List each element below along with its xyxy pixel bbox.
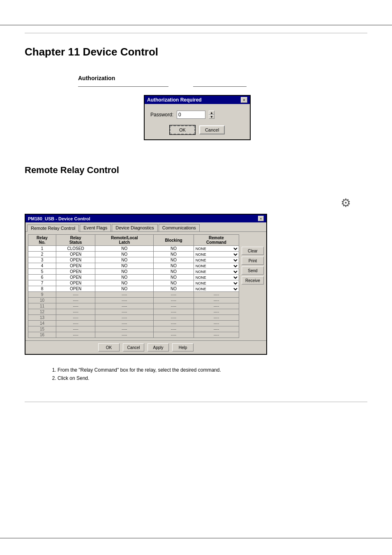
password-input[interactable]: 0 xyxy=(177,111,205,119)
ok-button[interactable]: OK xyxy=(98,343,120,352)
authorization-section: Authorization Authorization Required × P… xyxy=(25,75,367,140)
relay-row-command[interactable]: NONE xyxy=(194,263,239,269)
relay-command-select[interactable]: NONE xyxy=(194,246,239,251)
auth-dialog-wrapper: Authorization Required × Password: 0 ▲ ▼ xyxy=(144,95,367,140)
instruction-item-1: From the "Relay Command" box for the rel… xyxy=(58,367,367,373)
device-window-title: PM180_USB - Device Control xyxy=(28,216,90,221)
relay-row-blocking: ---- xyxy=(154,303,194,309)
auth-cancel-button[interactable]: Cancel xyxy=(199,125,225,134)
apply-button[interactable]: Apply xyxy=(148,343,169,352)
relay-row-command: ---- xyxy=(194,315,239,321)
relay-row-latch: NO xyxy=(95,269,154,275)
print-button[interactable]: Print xyxy=(242,257,264,265)
relay-row-status: ---- xyxy=(56,309,95,315)
relay-row-blocking: NO xyxy=(154,275,194,280)
relay-row-status: OPEN xyxy=(56,280,95,286)
tab-remote-relay-control[interactable]: Remote Relay Control xyxy=(27,224,79,232)
spinner-up-button[interactable]: ▲ xyxy=(209,111,214,115)
cancel-button[interactable]: Cancel xyxy=(123,343,144,352)
password-label: Password: xyxy=(150,112,173,118)
relay-row-latch: NO xyxy=(95,246,154,252)
auth-dialog-titlebar: Authorization Required × xyxy=(145,96,250,104)
table-row: 5OPENNONONONE xyxy=(28,269,239,275)
relay-row-latch: ---- xyxy=(95,298,154,303)
table-row: 1CLOSEDNONONONE xyxy=(28,246,239,252)
relay-row-latch: NO xyxy=(95,257,154,263)
device-window-titlebar: PM180_USB - Device Control × xyxy=(25,215,266,222)
tab-event-flags[interactable]: Event Flags xyxy=(80,224,111,231)
auth-dialog-title: Authorization Required xyxy=(147,97,202,103)
relay-row-command[interactable]: NONE xyxy=(194,252,239,257)
relay-row-no: 6 xyxy=(28,275,56,280)
table-row: 6OPENNONONONE xyxy=(28,275,239,280)
relay-row-status: ---- xyxy=(56,298,95,303)
relay-row-blocking: ---- xyxy=(154,298,194,303)
relay-row-command: ---- xyxy=(194,332,239,338)
password-value: 0 xyxy=(178,112,181,118)
device-window-close-button[interactable]: × xyxy=(258,216,264,221)
tab-communications[interactable]: Communications xyxy=(159,224,200,231)
relay-row-no: 12 xyxy=(28,309,56,315)
auth-underline-short xyxy=(193,86,247,87)
relay-row-no: 1 xyxy=(28,246,56,252)
relay-row-latch: ---- xyxy=(95,292,154,298)
table-row: 13---------------- xyxy=(28,315,239,321)
relay-command-select[interactable]: NONE xyxy=(194,252,239,257)
device-tabs: Remote Relay Control Event Flags Device … xyxy=(25,222,266,232)
side-buttons-panel: Clear Print Send Receive xyxy=(242,234,264,338)
relay-control-section: Remote Relay Control ⚙ PM180_USB - Devic… xyxy=(25,165,367,381)
relay-command-select[interactable]: NONE xyxy=(194,275,239,280)
table-row: 16---------------- xyxy=(28,332,239,338)
relay-row-status: OPEN xyxy=(56,275,95,280)
relay-row-latch: ---- xyxy=(95,326,154,332)
relay-row-latch: NO xyxy=(95,263,154,269)
spinner-down-button[interactable]: ▼ xyxy=(209,115,214,119)
auth-dialog-body: Password: 0 ▲ ▼ OK Cancel xyxy=(145,104,250,139)
relay-command-select[interactable]: NONE xyxy=(194,287,239,291)
relay-row-no: 7 xyxy=(28,280,56,286)
relay-row-command[interactable]: NONE xyxy=(194,257,239,263)
device-control-window: PM180_USB - Device Control × Remote Rela… xyxy=(25,214,267,355)
table-row: 15---------------- xyxy=(28,326,239,332)
password-spinner[interactable]: ▲ ▼ xyxy=(209,111,214,119)
auth-underline-long xyxy=(78,86,168,87)
relay-row-status: OPEN xyxy=(56,286,95,292)
device-footer: OK Cancel Apply Help xyxy=(25,340,266,354)
relay-row-command[interactable]: NONE xyxy=(194,286,239,292)
relay-command-select[interactable]: NONE xyxy=(194,264,239,268)
relay-row-status: CLOSED xyxy=(56,246,95,252)
gear-icon: ⚙ xyxy=(341,196,351,210)
auth-ok-button[interactable]: OK xyxy=(170,125,195,134)
table-row: 14---------------- xyxy=(28,321,239,326)
relay-row-latch: NO xyxy=(95,286,154,292)
relay-command-select[interactable]: NONE xyxy=(194,281,239,286)
relay-row-command[interactable]: NONE xyxy=(194,280,239,286)
relay-row-no: 3 xyxy=(28,257,56,263)
relay-row-no: 4 xyxy=(28,263,56,269)
relay-command-select[interactable]: NONE xyxy=(194,269,239,274)
tab-device-diagnostics[interactable]: Device Diagnostics xyxy=(112,224,158,231)
help-button[interactable]: Help xyxy=(172,343,194,352)
relay-row-command: ---- xyxy=(194,309,239,315)
auth-dialog-close-button[interactable]: × xyxy=(241,97,247,103)
relay-row-no: 15 xyxy=(28,326,56,332)
relay-row-blocking: ---- xyxy=(154,315,194,321)
receive-button[interactable]: Receive xyxy=(242,276,264,284)
relay-row-no: 11 xyxy=(28,303,56,309)
relay-row-command[interactable]: NONE xyxy=(194,269,239,275)
relay-row-command[interactable]: NONE xyxy=(194,246,239,252)
relay-row-blocking: NO xyxy=(154,280,194,286)
chapter-title: Chapter 11 Device Control xyxy=(25,46,367,58)
relay-control-title: Remote Relay Control xyxy=(25,165,367,176)
relay-row-blocking: ---- xyxy=(154,321,194,326)
relay-row-blocking: ---- xyxy=(154,292,194,298)
relay-row-command: ---- xyxy=(194,303,239,309)
relay-row-command[interactable]: NONE xyxy=(194,275,239,280)
send-button[interactable]: Send xyxy=(242,266,264,275)
relay-row-status: OPEN xyxy=(56,257,95,263)
clear-button[interactable]: Clear xyxy=(242,247,264,255)
gear-icon-area: ⚙ xyxy=(25,196,351,210)
relay-command-select[interactable]: NONE xyxy=(194,258,239,263)
col-header-blocking: Blocking xyxy=(154,235,194,246)
relay-row-blocking: NO xyxy=(154,263,194,269)
